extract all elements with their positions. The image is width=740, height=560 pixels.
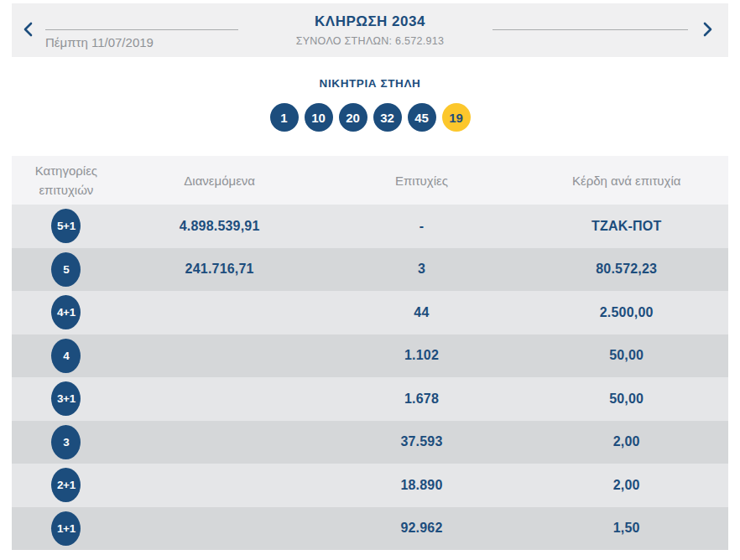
draw-navigation-bar: Πέμπτη 11/07/2019 ΚΛΗΡΩΣΗ 2034 ΣΥΝΟΛΟ ΣΤ…	[12, 3, 728, 57]
results-table: Κατηγορίες επιτυχιών Διανεμόμενα Επιτυχί…	[12, 156, 728, 550]
category-badge: 3+1	[51, 381, 81, 416]
header-category: Κατηγορίες επιτυχιών	[12, 161, 121, 200]
hits-cell: 1.102	[319, 348, 525, 363]
table-row: 1+192.9621,50	[12, 507, 728, 551]
category-badge: 1+1	[51, 511, 81, 546]
winning-column-title: ΝΙΚΗΤΡΙΑ ΣΤΗΛΗ	[0, 77, 740, 90]
draw-heading: ΚΛΗΡΩΣΗ 2034 ΣΥΝΟΛΟ ΣΤΗΛΩΝ: 6.572.913	[12, 13, 728, 47]
prize-cell: 80.572,23	[524, 262, 728, 277]
next-draw-button[interactable]	[698, 21, 717, 39]
draw-title: ΚΛΗΡΩΣΗ 2034	[12, 13, 728, 30]
category-cell: 5	[12, 252, 121, 287]
table-row: 337.5932,00	[12, 421, 728, 464]
next-divider-line	[492, 29, 688, 30]
winning-number-ball: 1	[270, 103, 299, 132]
hits-cell: 92.962	[319, 521, 525, 536]
total-columns-label: ΣΥΝΟΛΟ ΣΤΗΛΩΝ: 6.572.913	[12, 35, 728, 47]
category-badge: 4+1	[51, 295, 81, 329]
results-table-header: Κατηγορίες επιτυχιών Διανεμόμενα Επιτυχί…	[12, 156, 728, 205]
prize-cell: 1,50	[524, 521, 728, 536]
winning-number-ball: 20	[339, 103, 367, 132]
table-row: 41.10250,00	[12, 334, 728, 378]
distributed-cell: 241.716,71	[121, 262, 319, 277]
table-row: 5+14.898.539,91-ΤΖΑΚ-ΠΟΤ	[12, 205, 728, 248]
hits-cell: 37.593	[319, 434, 525, 449]
category-badge: 4	[51, 339, 81, 373]
prize-cell: 50,00	[524, 391, 728, 407]
hits-cell: 3	[319, 262, 525, 277]
category-badge: 3	[51, 425, 81, 459]
results-table-body: 5+14.898.539,91-ΤΖΑΚ-ΠΟΤ5241.716,71380.5…	[12, 205, 728, 550]
hits-cell: -	[319, 219, 525, 234]
winning-number-ball: 32	[373, 103, 402, 132]
header-prize-per-hit: Κέρδη ανά επιτυχία	[524, 174, 728, 188]
category-badge: 5+1	[51, 209, 81, 243]
category-cell: 3	[12, 425, 121, 459]
table-row: 4+1442.500,00	[12, 291, 728, 334]
category-cell: 5+1	[12, 209, 121, 243]
winning-numbers: 11020324519	[0, 103, 740, 132]
table-row: 3+11.67850,00	[12, 377, 728, 421]
prize-cell: ΤΖΑΚ-ΠΟΤ	[524, 219, 728, 234]
table-row: 2+118.8902,00	[12, 464, 728, 507]
category-cell: 3+1	[12, 381, 121, 416]
category-cell: 2+1	[12, 468, 121, 502]
distributed-cell: 4.898.539,91	[121, 219, 319, 234]
prize-cell: 2.500,00	[524, 305, 728, 320]
winning-number-ball: 45	[408, 103, 436, 132]
category-cell: 4+1	[12, 295, 121, 329]
header-hits: Επιτυχίες	[319, 174, 525, 188]
winning-number-ball: 10	[305, 103, 333, 132]
prize-cell: 2,00	[524, 434, 728, 449]
category-cell: 4	[12, 339, 121, 373]
prize-cell: 2,00	[524, 478, 728, 493]
category-badge: 2+1	[51, 468, 81, 502]
hits-cell: 18.890	[319, 478, 525, 493]
prize-cell: 50,00	[524, 348, 728, 363]
chevron-right-icon	[702, 22, 713, 39]
category-badge: 5	[51, 252, 81, 287]
header-distributed: Διανεμόμενα	[121, 174, 319, 188]
hits-cell: 44	[319, 305, 525, 320]
hits-cell: 1.678	[319, 391, 525, 407]
joker-number-ball: 19	[442, 103, 471, 132]
table-row: 5241.716,71380.572,23	[12, 248, 728, 292]
category-cell: 1+1	[12, 511, 121, 546]
